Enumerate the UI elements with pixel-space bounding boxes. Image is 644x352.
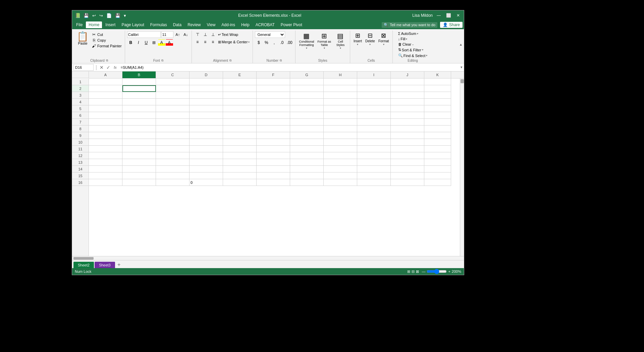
cell-C3[interactable] xyxy=(156,92,190,99)
cell-styles-dropdown-icon[interactable]: ▾ xyxy=(340,47,341,50)
row-header-15[interactable]: 15 xyxy=(72,172,89,179)
insert-dropdown-icon[interactable]: ▾ xyxy=(357,43,358,46)
cell-H3[interactable] xyxy=(324,92,357,99)
cell-K1[interactable] xyxy=(424,79,451,85)
row-header-2[interactable]: 2 xyxy=(72,85,89,92)
cell-B11[interactable] xyxy=(122,146,156,152)
cell-K7[interactable] xyxy=(424,119,451,125)
cell-F7[interactable] xyxy=(257,119,290,125)
col-header-C[interactable]: C xyxy=(156,71,190,78)
cell-H13[interactable] xyxy=(324,159,357,166)
cell-J6[interactable] xyxy=(391,112,424,119)
cell-J3[interactable] xyxy=(391,92,424,99)
cell-K11[interactable] xyxy=(424,146,451,152)
col-header-H[interactable]: H xyxy=(324,71,357,78)
menu-file[interactable]: File xyxy=(73,21,85,28)
cell-I1[interactable] xyxy=(357,79,391,85)
cell-C5[interactable] xyxy=(156,105,190,112)
cell-A6[interactable] xyxy=(89,112,122,119)
cell-H2[interactable] xyxy=(324,85,357,92)
cell-A3[interactable] xyxy=(89,92,122,99)
ribbon-collapse-button[interactable]: ▲ xyxy=(459,29,463,59)
cell-F2[interactable] xyxy=(257,85,290,92)
currency-button[interactable]: $ xyxy=(255,39,262,46)
cell-H7[interactable] xyxy=(324,119,357,125)
row-header-3[interactable]: 3 xyxy=(72,92,89,99)
cell-C11[interactable] xyxy=(156,146,190,152)
row-header-1[interactable]: 1 xyxy=(72,79,89,85)
col-header-B[interactable]: B xyxy=(122,71,156,78)
cell-B4[interactable] xyxy=(122,99,156,105)
merge-dropdown-icon[interactable]: ▾ xyxy=(248,41,250,44)
find-select-button[interactable]: 🔍 Find & Select ▾ xyxy=(397,53,429,58)
cell-J16[interactable] xyxy=(391,179,424,186)
cell-I16[interactable] xyxy=(357,179,391,186)
cell-J9[interactable] xyxy=(391,132,424,139)
cell-H14[interactable] xyxy=(324,166,357,172)
cell-F5[interactable] xyxy=(257,105,290,112)
scroll-thumb[interactable] xyxy=(461,79,464,83)
format-cells-button[interactable]: ⊠ Format ▾ xyxy=(377,31,390,47)
cell-F14[interactable] xyxy=(257,166,290,172)
fill-dropdown-icon[interactable]: ▾ xyxy=(406,38,407,41)
cell-C6[interactable] xyxy=(156,112,190,119)
format-dropdown-icon[interactable]: ▾ xyxy=(383,43,384,46)
align-top-button[interactable]: ⊤ xyxy=(194,31,201,38)
cell-I3[interactable] xyxy=(357,92,391,99)
cell-D1[interactable] xyxy=(190,79,223,85)
cell-D5[interactable] xyxy=(190,105,223,112)
cell-A14[interactable] xyxy=(89,166,122,172)
row-header-10[interactable]: 10 xyxy=(72,139,89,146)
cell-G5[interactable] xyxy=(290,105,324,112)
cut-button[interactable]: ✂ Cut xyxy=(91,32,123,37)
cell-K8[interactable] xyxy=(424,125,451,132)
cell-J5[interactable] xyxy=(391,105,424,112)
cell-I8[interactable] xyxy=(357,125,391,132)
zoom-slider[interactable] xyxy=(427,269,447,274)
new-quick-btn[interactable]: 📄 xyxy=(105,13,113,18)
cell-K13[interactable] xyxy=(424,159,451,166)
sort-dropdown-icon[interactable]: ▾ xyxy=(422,48,423,51)
cell-F6[interactable] xyxy=(257,112,290,119)
cell-C13[interactable] xyxy=(156,159,190,166)
delete-dropdown-icon[interactable]: ▾ xyxy=(369,43,371,46)
cell-D12[interactable] xyxy=(190,152,223,159)
cell-H6[interactable] xyxy=(324,112,357,119)
cell-F1[interactable] xyxy=(257,79,290,85)
cell-B15[interactable] xyxy=(122,172,156,179)
cell-H8[interactable] xyxy=(324,125,357,132)
cell-C10[interactable] xyxy=(156,139,190,146)
cell-K14[interactable] xyxy=(424,166,451,172)
font-size-increase-button[interactable]: A↑ xyxy=(174,31,181,38)
cell-G2[interactable] xyxy=(290,85,324,92)
cell-K6[interactable] xyxy=(424,112,451,119)
cell-A8[interactable] xyxy=(89,125,122,132)
cell-G6[interactable] xyxy=(290,112,324,119)
percent-button[interactable]: % xyxy=(263,39,270,46)
cell-G9[interactable] xyxy=(290,132,324,139)
cell-C2[interactable] xyxy=(156,85,190,92)
italic-button[interactable]: I xyxy=(135,39,142,46)
cell-G12[interactable] xyxy=(290,152,324,159)
zoom-in-button[interactable]: + xyxy=(448,269,450,273)
cell-D4[interactable] xyxy=(190,99,223,105)
cell-K4[interactable] xyxy=(424,99,451,105)
copy-button[interactable]: ⎘ Copy xyxy=(91,38,123,43)
cell-H1[interactable] xyxy=(324,79,357,85)
cell-A1[interactable] xyxy=(89,79,122,85)
fill-color-button[interactable]: A xyxy=(158,39,165,46)
cell-E5[interactable] xyxy=(223,105,257,112)
col-header-G[interactable]: G xyxy=(290,71,324,78)
share-button[interactable]: 👤 Share xyxy=(440,22,463,28)
cell-C4[interactable] xyxy=(156,99,190,105)
cell-A7[interactable] xyxy=(89,119,122,125)
paste-button[interactable]: 📋 Paste xyxy=(75,31,90,46)
cell-J7[interactable] xyxy=(391,119,424,125)
cell-D2[interactable] xyxy=(190,85,223,92)
number-format-select[interactable]: General xyxy=(255,31,285,38)
cell-F10[interactable] xyxy=(257,139,290,146)
zoom-out-button[interactable]: — xyxy=(422,269,425,273)
conditional-formatting-button[interactable]: ▦ ConditionalFormatting ▾ xyxy=(298,31,315,50)
increase-decimal-button[interactable]: .00 xyxy=(286,39,293,46)
cell-G4[interactable] xyxy=(290,99,324,105)
